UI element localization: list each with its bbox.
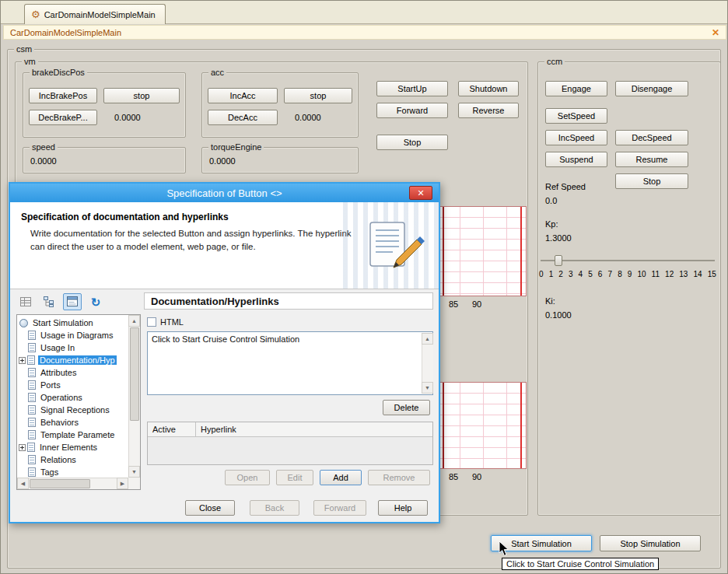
ccm-group-label: ccm [544, 57, 565, 66]
acc-stop-button[interactable]: stop [284, 88, 352, 103]
refresh-icon[interactable]: ↻ [86, 293, 105, 310]
edit-button[interactable]: Edit [276, 470, 313, 485]
brake-stop-button[interactable]: stop [103, 88, 180, 103]
slider-thumb[interactable] [555, 255, 562, 266]
document-icon [28, 467, 36, 477]
acc-group: acc [201, 72, 359, 138]
kp-slider[interactable] [541, 254, 715, 267]
mouse-cursor [499, 541, 509, 557]
scroll-left-icon[interactable]: ◀ [17, 478, 29, 489]
tree-item-attributes[interactable]: Attributes [17, 366, 128, 379]
window-title: CarDomainModelSimpleMain [10, 28, 121, 37]
suspend-button[interactable]: Suspend [545, 152, 607, 167]
tab-cardomainmodel[interactable]: ⚙ CarDomainModelSimpleMain [24, 4, 166, 24]
decspeed-button[interactable]: DecSpeed [615, 130, 688, 145]
add-button[interactable]: Add [320, 470, 362, 485]
dialog-titlebar[interactable]: Specification of Button <> ✕ [10, 184, 439, 202]
document-icon [28, 405, 36, 415]
brake-value: 0.0000 [114, 113, 141, 122]
spec-tree: Start Simulation Usage in Diagrams Usage… [17, 315, 128, 478]
stop-simulation-button[interactable]: Stop Simulation [600, 535, 701, 551]
tree-item-inner-elements[interactable]: Inner Elements [17, 441, 128, 453]
kp-slider-ticks: 0 1 2 3 4 5 6 7 8 9 10 11 12 13 14 15 [539, 270, 716, 278]
tree-item-tags[interactable]: Tags [17, 466, 128, 478]
scroll-down-icon[interactable]: ▼ [422, 382, 433, 394]
gear-icon: ⚙ [31, 9, 40, 19]
tree-item-usage-in-diagrams[interactable]: Usage in Diagrams [17, 329, 128, 341]
tree-item-usage-in[interactable]: Usage In [17, 341, 128, 354]
tree-item-label: Operations [39, 393, 84, 402]
column-active[interactable]: Active [148, 422, 196, 437]
tree-item-template-parameters[interactable]: Template Paramete [17, 429, 128, 441]
chart-series-line [443, 383, 444, 468]
scrollbar-thumb[interactable] [30, 479, 90, 488]
column-hyperlink[interactable]: Hyperlink [196, 425, 236, 434]
textarea-scrollbar[interactable]: ▲ ▼ [422, 333, 433, 394]
tree-item-ports[interactable]: Ports [17, 379, 128, 391]
document-icon [27, 355, 35, 365]
tree-item-behaviors[interactable]: Behaviors [17, 416, 128, 429]
ref-speed-label: Ref Speed [545, 182, 586, 191]
tree-item-start-simulation[interactable]: Start Simulation [17, 317, 128, 329]
incspeed-button[interactable]: IncSpeed [545, 130, 607, 145]
reverse-button[interactable]: Reverse [458, 103, 519, 118]
ccm-stop-button[interactable]: Stop [615, 173, 688, 189]
expand-plus-icon[interactable] [19, 444, 26, 451]
tab-label: CarDomainModelSimpleMain [44, 10, 156, 19]
disengage-button[interactable]: Disengage [615, 81, 688, 96]
html-checkbox[interactable] [147, 317, 156, 327]
tree-item-label: Ports [39, 380, 62, 390]
app-window: ⚙ CarDomainModelSimpleMain CarDomainMode… [0, 0, 728, 574]
torque-value: 0.0000 [209, 156, 236, 166]
scroll-right-icon[interactable]: ▶ [117, 478, 128, 489]
properties-grid-icon[interactable] [16, 293, 35, 310]
tree-item-signal-receptions[interactable]: Signal Receptions [17, 404, 128, 416]
engage-button[interactable]: Engage [545, 81, 607, 96]
scroll-up-icon[interactable]: ▲ [422, 333, 433, 345]
tree-vertical-scrollbar[interactable]: ▲ ▼ [128, 315, 140, 478]
tree-item-label: Usage in Diagrams [39, 331, 115, 340]
tree-item-operations[interactable]: Operations [17, 391, 128, 404]
incacc-button[interactable]: IncAcc [208, 88, 278, 103]
setspeed-button[interactable]: SetSpeed [545, 108, 607, 124]
documentation-textarea[interactable]: Click to Start Cruise Control Simulation… [147, 331, 433, 395]
dialog-close-button[interactable]: ✕ [409, 186, 432, 200]
decacc-button[interactable]: DecAcc [208, 110, 278, 125]
forward-button[interactable]: Forward [313, 500, 366, 516]
resume-button[interactable]: Resume [615, 152, 688, 167]
tick-label: 4 [579, 270, 583, 278]
document-pencil-icon [359, 219, 425, 274]
incbrakepos-button[interactable]: IncBrakePos [29, 88, 97, 103]
forward-button[interactable]: Forward [376, 103, 448, 118]
scroll-up-icon[interactable]: ▲ [128, 315, 140, 327]
shutdown-button[interactable]: Shutdown [458, 81, 519, 96]
decbrakepos-button[interactable]: DecBrakeP... [29, 110, 97, 125]
tree-item-relations[interactable]: Relations [17, 453, 128, 466]
startup-button[interactable]: StartUp [376, 81, 448, 96]
delete-button[interactable]: Delete [383, 400, 430, 415]
speed-label: speed [30, 142, 58, 152]
tick-label: 8 [618, 270, 622, 278]
tree-horizontal-scrollbar[interactable]: ◀ ▶ [17, 478, 128, 489]
scroll-down-icon[interactable]: ▼ [128, 466, 140, 478]
tree-item-documentation-hyperlinks[interactable]: Documentation/Hyp [17, 354, 128, 366]
tree-view-icon[interactable] [40, 293, 58, 310]
tick-label: 15 [708, 270, 716, 278]
back-button[interactable]: Back [250, 500, 299, 516]
window-close-icon[interactable]: ✕ [712, 27, 719, 38]
chart2-tick-85: 85 [449, 472, 458, 481]
acc-value: 0.0000 [295, 113, 321, 122]
tick-label: 6 [598, 270, 603, 278]
document-icon [28, 343, 36, 352]
open-button[interactable]: Open [225, 470, 270, 485]
vm-stop-button[interactable]: Stop [376, 135, 448, 150]
hyperlink-table: Active Hyperlink [147, 422, 433, 465]
expand-plus-icon[interactable] [19, 357, 26, 364]
ref-speed-value: 0.0 [545, 196, 557, 205]
chart2-tick-90: 90 [472, 472, 481, 481]
scrollbar-thumb[interactable] [130, 327, 139, 421]
remove-button[interactable]: Remove [368, 470, 430, 485]
close-button[interactable]: Close [185, 500, 235, 516]
help-button[interactable]: Help [378, 500, 428, 516]
expand-view-icon[interactable] [63, 293, 82, 310]
